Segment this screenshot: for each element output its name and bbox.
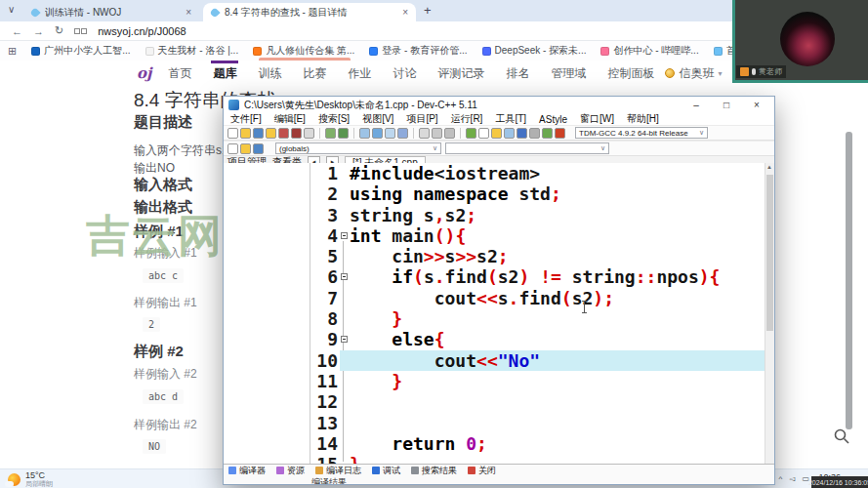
fold-marker-icon[interactable] <box>340 266 350 287</box>
redo-icon[interactable] <box>338 128 349 139</box>
search-icon[interactable] <box>833 427 850 445</box>
code-line[interactable]: 7 cout<<s.find(s2); <box>310 288 765 308</box>
nav-item-控制面板[interactable]: 控制面板 <box>597 61 665 86</box>
back-icon[interactable]: ← <box>12 25 22 37</box>
close-all-icon[interactable] <box>291 128 302 139</box>
nav-item-作业[interactable]: 作业 <box>337 61 382 86</box>
code-line[interactable]: 12 <box>310 391 765 412</box>
nav-item-讨论[interactable]: 讨论 <box>382 61 427 86</box>
close-icon[interactable]: × <box>402 7 408 18</box>
new-tab-button[interactable]: + <box>424 3 432 18</box>
code-line[interactable]: 1#include<iostream> <box>310 163 765 183</box>
menu-AStyle[interactable]: AStyle <box>539 114 567 125</box>
globals-select[interactable]: (globals) ∨ <box>275 142 441 154</box>
fold-marker-icon[interactable] <box>340 225 350 246</box>
replace-icon[interactable] <box>372 128 383 139</box>
menu-文件F[interactable]: 文件[F] <box>230 112 262 126</box>
code-line[interactable]: 9 else{ <box>310 329 765 349</box>
sample1-output-code[interactable]: 2 <box>143 317 160 332</box>
window-layout-icon[interactable] <box>504 128 515 139</box>
save-all-icon[interactable] <box>266 128 276 139</box>
menu-项目P[interactable]: 项目[P] <box>406 112 437 126</box>
project-panel[interactable] <box>224 163 310 465</box>
undo-icon[interactable] <box>325 128 336 139</box>
nav-item-训练[interactable]: 训练 <box>247 61 292 86</box>
menu-运行R[interactable]: 运行[R] <box>451 112 483 126</box>
bottom-tab-search-results[interactable]: 搜索结果 <box>411 465 457 477</box>
code-line[interactable]: 13 <box>310 413 765 433</box>
menu-视图V[interactable]: 视图[V] <box>362 112 393 126</box>
bookmark-item[interactable]: 登录 - 教育评价管... <box>369 44 467 58</box>
browser-tab[interactable]: 8.4 字符串的查找 - 题目详情× <box>203 3 416 21</box>
menu-帮助H[interactable]: 帮助[H] <box>627 112 659 126</box>
menu-搜索S[interactable]: 搜索[S] <box>318 112 350 126</box>
bookmark-item[interactable]: 凡人修仙传合集 第... <box>253 44 354 58</box>
print-icon[interactable] <box>304 128 314 139</box>
compiler-profile-select[interactable]: TDM-GCC 4.9.2 64-bit Release ∨ <box>575 127 708 139</box>
view-cpu-window-icon[interactable] <box>253 143 264 154</box>
maximize-button[interactable]: □ <box>714 100 739 110</box>
goto-line-icon[interactable] <box>397 128 408 139</box>
new-source-icon[interactable] <box>466 128 476 139</box>
editor-scrollbar[interactable]: ▲ <box>765 163 774 465</box>
fold-marker-icon[interactable] <box>340 329 350 349</box>
browser-tab[interactable]: 训练详情 - NWOJ× <box>23 3 199 21</box>
page-scrollbar[interactable] <box>846 132 852 429</box>
sample1-input-code[interactable]: abc c <box>143 268 184 283</box>
abort-icon[interactable] <box>444 128 455 139</box>
editor-scrollbar-thumb[interactable] <box>766 175 773 331</box>
code-line[interactable]: 5 cin>>s>>s2; <box>310 246 765 266</box>
project-windows-icon[interactable] <box>478 128 489 139</box>
new-file-icon[interactable] <box>227 128 238 139</box>
menu-编辑E[interactable]: 编辑[E] <box>274 112 306 126</box>
bottom-tab-resources[interactable]: 资源 <box>276 465 305 477</box>
bottom-tab-debug-check[interactable]: 调试 <box>372 465 400 477</box>
bookmark-item[interactable]: 天生我材 - 洛谷 |... <box>145 44 239 58</box>
bookmark-item[interactable]: 创作中心 - 哔哩哔... <box>600 44 698 58</box>
code-line[interactable]: 2using namespace std; <box>310 183 765 204</box>
nav-item-题库[interactable]: 题库 <box>202 61 247 86</box>
find-icon[interactable] <box>359 128 370 139</box>
code-line[interactable]: 8 } <box>310 308 765 329</box>
members-select[interactable]: ∨ <box>445 142 609 154</box>
code-editor[interactable]: 1#include<iostream>2using namespace std;… <box>310 163 765 465</box>
nav-item-首页[interactable]: 首页 <box>157 61 202 86</box>
code-line[interactable]: 11 } <box>310 371 765 391</box>
forward-icon[interactable]: → <box>33 25 44 37</box>
refresh-icon[interactable]: ↻ <box>55 24 63 37</box>
close-project-icon[interactable] <box>529 128 540 139</box>
save-icon[interactable] <box>253 128 264 139</box>
minimize-button[interactable]: – <box>683 100 709 110</box>
oj-logo[interactable]: oj <box>137 64 151 82</box>
tray-volume-icon[interactable]: ◅ <box>789 474 795 483</box>
url-text[interactable]: nwsyoj.cn/p/J0068 <box>98 25 186 37</box>
site-info-icon[interactable] <box>74 28 87 34</box>
scroll-up-icon[interactable]: ▲ <box>766 164 772 170</box>
profile-analysis-icon[interactable] <box>542 128 553 139</box>
sample2-input-code[interactable]: abc d <box>143 389 184 404</box>
nav-item-管理域[interactable]: 管理域 <box>540 61 597 86</box>
bottom-tab-close-panel[interactable]: 关闭 <box>468 465 496 477</box>
add-watch-icon[interactable] <box>227 143 238 154</box>
bookmark-item[interactable]: 广州中小学人工智... <box>31 44 130 58</box>
tab-search-icon[interactable]: ∨ <box>8 4 15 15</box>
remove-watch-icon[interactable] <box>240 143 251 154</box>
nav-item-排名[interactable]: 排名 <box>495 61 540 86</box>
devcpp-titlebar[interactable]: C:\Users\黄先生\Desktop\未命名1.cpp - Dev-C++ … <box>224 97 774 113</box>
code-line[interactable]: 3string s,s2; <box>310 205 765 225</box>
close-file-icon[interactable] <box>278 128 289 139</box>
close-button[interactable]: × <box>744 100 769 110</box>
tray-expand-icon[interactable]: ^ <box>779 474 783 483</box>
bottom-tab-compile-log[interactable]: 编译日志 <box>315 465 361 477</box>
back-icon[interactable] <box>419 128 430 139</box>
nav-item-比赛[interactable]: 比赛 <box>292 61 337 86</box>
bottom-tab-compiler[interactable]: 编译器 <box>228 465 266 477</box>
apps-grid-icon[interactable]: ⊞ <box>8 45 17 58</box>
find-in-files-icon[interactable] <box>385 128 395 139</box>
syntax-check-icon[interactable] <box>517 128 527 139</box>
code-line[interactable]: 6 if(s.find(s2) != string::npos){ <box>310 266 765 287</box>
nav-item-评测记录[interactable]: 评测记录 <box>427 61 495 86</box>
menu-工具T[interactable]: 工具[T] <box>495 112 526 126</box>
weather-widget[interactable]: 15°C 局部晴朗 <box>8 471 53 488</box>
code-line[interactable]: 4int main(){ <box>310 225 765 246</box>
